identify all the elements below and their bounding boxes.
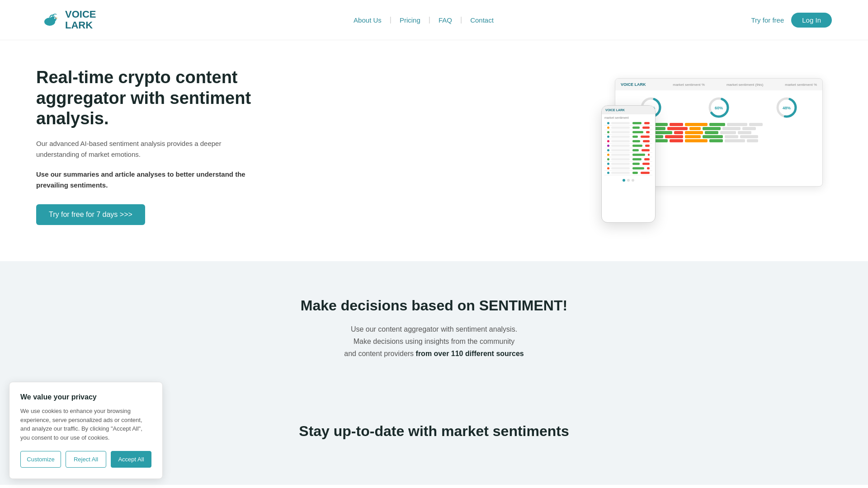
cookie-title: We value your privacy	[20, 393, 151, 401]
phone-label: market sentiment	[604, 116, 652, 119]
sentiment-subtitle-line1: Use our content aggregator with sentimen…	[351, 325, 517, 333]
svg-point-3	[55, 18, 56, 19]
svg-marker-4	[56, 18, 58, 19]
hero-section: Real-time crypto content aggregator with…	[0, 40, 868, 261]
phone-row-5	[604, 139, 652, 144]
nav-try-free-link[interactable]: Try for free	[751, 16, 784, 24]
phone-row-1	[604, 121, 652, 126]
hero-dashboard: VOICE LARK market sentiment % market sen…	[597, 74, 832, 218]
sentiment-subtitle-line3: and content providers	[344, 350, 415, 357]
nav-pricing[interactable]: Pricing	[396, 14, 424, 26]
nav-faq[interactable]: FAQ	[435, 14, 456, 26]
nav-sep-3: |	[460, 16, 462, 24]
nav-sep-2: |	[429, 16, 430, 24]
phone-row-11	[604, 166, 652, 171]
dashboard-subtitle-2: market sentiment (this)	[726, 83, 763, 87]
phone-mockup: VOICE LARK market sentiment	[601, 105, 656, 223]
sentiment-subtitle: Use our content aggregator with sentimen…	[298, 323, 570, 360]
sentiment-title: Make decisions based on SENTIMENT!	[36, 297, 832, 314]
hero-description: Our advanced AI-based sentiment analysis…	[36, 138, 253, 160]
phone-row-4	[604, 135, 652, 139]
hero-description-bold: Use our summaries and article analyses t…	[36, 169, 253, 191]
hero-title: Real-time crypto content aggregator with…	[36, 67, 253, 129]
hero-left: Real-time crypto content aggregator with…	[36, 67, 253, 225]
phone-row-12	[604, 171, 652, 175]
svg-point-1	[50, 16, 57, 22]
nav-contact[interactable]: Contact	[467, 14, 497, 26]
dashboard-subtitle-3: market sentiment %	[785, 83, 817, 87]
dashboard-header: VOICE LARK market sentiment % market sen…	[615, 79, 822, 90]
cookie-accept-button[interactable]: Accept All	[111, 451, 151, 468]
sentiment-section: Make decisions based on SENTIMENT! Use o…	[0, 261, 868, 387]
svg-text:48%: 48%	[783, 106, 791, 110]
cookie-banner: We value your privacy We use cookies to …	[9, 382, 163, 479]
hero-cta-button[interactable]: Try for free for 7 days >>>	[36, 204, 145, 225]
phone-row-6	[604, 144, 652, 148]
gauge-3: 48%	[775, 96, 798, 119]
logo-text: VOICE LARK	[65, 9, 96, 31]
gauge-2: 60%	[707, 96, 731, 119]
phone-indicator	[604, 179, 652, 182]
cookie-customize-button[interactable]: Customize	[20, 451, 61, 468]
sentiment-subtitle-line2: Make decisions using insights from the c…	[354, 338, 515, 345]
phone-row-10	[604, 162, 652, 166]
nav-links: About Us | Pricing | FAQ | Contact	[350, 14, 497, 26]
logo[interactable]: VOICE LARK	[36, 7, 96, 33]
phone-row-7	[604, 148, 652, 153]
phone-header: VOICE LARK	[602, 106, 655, 114]
phone-row-8	[604, 153, 652, 157]
cookie-reject-button[interactable]: Reject All	[66, 451, 106, 468]
login-button[interactable]: Log In	[791, 13, 832, 28]
navbar: VOICE LARK About Us | Pricing | FAQ | Co…	[0, 0, 868, 40]
svg-text:60%: 60%	[715, 106, 723, 110]
logo-bird-icon	[36, 7, 61, 33]
nav-actions: Try for free Log In	[751, 13, 832, 28]
cookie-buttons: Customize Reject All Accept All	[20, 451, 151, 468]
sentiment-subtitle-bold: from over 110 different sources	[416, 350, 524, 357]
cookie-text: We use cookies to enhance your browsing …	[20, 407, 151, 442]
nav-about-us[interactable]: About Us	[350, 14, 385, 26]
phone-row-9	[604, 157, 652, 162]
dashboard-subtitle: market sentiment %	[673, 83, 705, 87]
phone-row-3	[604, 130, 652, 135]
phone-row-2	[604, 126, 652, 130]
dashboard-logo-text: VOICE LARK	[621, 82, 646, 87]
nav-sep-1: |	[390, 16, 392, 24]
